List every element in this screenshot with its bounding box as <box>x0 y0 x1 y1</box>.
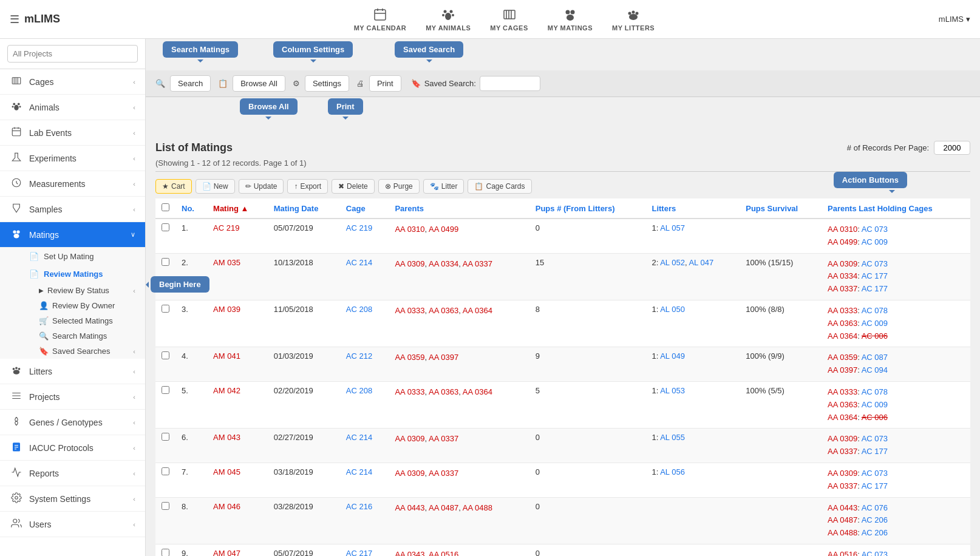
cage-cards-button[interactable]: 📋 Cage Cards <box>468 179 531 194</box>
cell-mating[interactable]: AM 039 <box>207 300 268 347</box>
holding-animal-link[interactable]: AA 0310 <box>828 225 857 234</box>
cage-link[interactable]: AC 216 <box>346 502 372 511</box>
col-pups[interactable]: Pups # (From Litters) <box>529 198 646 219</box>
sidebar-item-lab-events[interactable]: Lab Events ‹ <box>0 120 145 146</box>
project-selector[interactable] <box>0 39 145 69</box>
holding-cage-link[interactable]: AC 177 <box>862 481 888 490</box>
holding-cage-link[interactable]: AC 073 <box>862 550 888 556</box>
holding-cage-link[interactable]: AC 206 <box>862 528 888 537</box>
row-checkbox[interactable] <box>162 258 169 266</box>
sidebar-item-litters[interactable]: Litters ‹ <box>0 359 145 384</box>
mating-link[interactable]: AM 043 <box>213 433 240 442</box>
cell-cage[interactable]: AC 219 <box>340 219 389 253</box>
col-pups-survival[interactable]: Pups Survival <box>740 198 822 219</box>
sidebar-review-by-status[interactable]: ▶ Review By Status ‹ <box>39 283 145 298</box>
parent-link[interactable]: AA 0364 <box>463 306 492 315</box>
print-button[interactable]: Print <box>369 75 401 92</box>
parent-link[interactable]: AA 0397 <box>429 353 458 362</box>
litter-link[interactable]: AL 057 <box>660 223 685 232</box>
sidebar-item-animals[interactable]: Animals ‹ <box>0 95 145 120</box>
holding-cage-link[interactable]: AC 078 <box>862 387 888 396</box>
holding-cage-link[interactable]: AC 177 <box>862 447 888 456</box>
cell-mating[interactable]: AM 046 <box>207 497 268 544</box>
cell-cage[interactable]: AC 214 <box>340 429 389 463</box>
parent-link[interactable]: AA 0309 <box>395 259 424 268</box>
row-checkbox[interactable] <box>162 433 169 441</box>
parent-link[interactable]: AA 0443 <box>395 503 424 512</box>
row-checkbox[interactable] <box>162 467 169 475</box>
holding-animal-link[interactable]: AA 0309 <box>828 469 857 478</box>
parent-link[interactable]: AA 0333 <box>395 306 424 315</box>
holding-animal-link[interactable]: AA 0333 <box>828 306 857 315</box>
cell-mating[interactable]: AM 041 <box>207 347 268 382</box>
cart-button[interactable]: ★ Cart <box>155 179 192 194</box>
sidebar-review-matings[interactable]: 📄 Review Matings <box>0 265 145 283</box>
holding-animal-link[interactable]: AA 0443 <box>828 503 857 512</box>
mating-link[interactable]: AM 045 <box>213 467 240 476</box>
cell-mating[interactable]: AM 047 <box>207 544 268 556</box>
parent-link[interactable]: AA 0309 <box>395 469 424 478</box>
cage-link[interactable]: AC 217 <box>346 549 372 556</box>
litter-link[interactable]: AL 047 <box>689 258 713 267</box>
sidebar-item-samples[interactable]: Samples ‹ <box>0 197 145 222</box>
cage-link[interactable]: AC 212 <box>346 351 372 361</box>
holding-cage-link[interactable]: AC 076 <box>862 503 888 512</box>
mating-link[interactable]: AM 035 <box>213 258 240 267</box>
litter-button[interactable]: 🐾 Litter <box>423 179 464 194</box>
parent-link[interactable]: AA 0337 <box>463 259 492 268</box>
sidebar-saved-searches[interactable]: 🔖 Saved Searches ‹ <box>39 344 145 359</box>
holding-animal-link[interactable]: AA 0397 <box>828 365 857 375</box>
holding-animal-link[interactable]: AA 0359 <box>828 353 857 362</box>
project-input[interactable] <box>7 45 138 63</box>
col-cage[interactable]: Cage <box>340 198 389 219</box>
row-checkbox[interactable] <box>162 305 169 313</box>
cage-link[interactable]: AC 208 <box>346 305 372 314</box>
holding-cage-link[interactable]: AC 094 <box>862 365 888 375</box>
holding-animal-link[interactable]: AA 0364 <box>828 331 857 341</box>
litter-link[interactable]: AL 050 <box>660 305 685 314</box>
new-button[interactable]: 📄 New <box>196 179 235 194</box>
holding-cage-link[interactable]: AC 078 <box>862 306 888 315</box>
litter-link[interactable]: AL 052 <box>660 258 685 267</box>
hamburger-icon[interactable]: ☰ <box>10 13 19 26</box>
mating-link[interactable]: AC 219 <box>213 223 239 232</box>
parent-link[interactable]: AA 0310 <box>395 225 424 234</box>
holding-animal-link[interactable]: AA 0309 <box>828 259 857 268</box>
update-button[interactable]: ✏ Update <box>239 179 284 194</box>
parent-link[interactable]: AA 0364 <box>463 387 492 396</box>
top-nav-user[interactable]: mLIMS ▾ <box>939 15 970 24</box>
holding-cage-link[interactable]: AC 073 <box>862 434 888 443</box>
holding-cage-link[interactable]: AC 073 <box>862 225 888 234</box>
holding-cage-link[interactable]: AC 087 <box>862 353 888 362</box>
holding-animal-link[interactable]: AA 0499 <box>828 237 857 246</box>
sidebar-item-genes[interactable]: Genes / Genotypes ‹ <box>0 410 145 435</box>
holding-animal-link[interactable]: AA 0334 <box>828 271 857 280</box>
sidebar-item-projects[interactable]: Projects ‹ <box>0 384 145 410</box>
mating-link[interactable]: AM 039 <box>213 305 240 314</box>
parent-link[interactable]: AA 0337 <box>429 434 458 443</box>
browse-all-button[interactable]: Browse All <box>233 75 285 92</box>
row-checkbox[interactable] <box>162 223 169 231</box>
holding-animal-link[interactable]: AA 0309 <box>828 434 857 443</box>
row-checkbox[interactable] <box>162 549 169 556</box>
sidebar-item-matings[interactable]: Matings ∨ <box>0 222 145 248</box>
cell-cage[interactable]: AC 214 <box>340 253 389 300</box>
delete-button[interactable]: ✖ Delete <box>332 179 375 194</box>
parent-link[interactable]: AA 0309 <box>395 434 424 443</box>
holding-cage-link[interactable]: AC 073 <box>862 259 888 268</box>
settings-button[interactable]: Settings <box>305 75 349 92</box>
col-parents-holding[interactable]: Parents Last Holding Cages <box>822 198 970 219</box>
parent-link[interactable]: AA 0333 <box>395 387 424 396</box>
holding-animal-link[interactable]: AA 0487 <box>828 515 857 524</box>
cage-link[interactable]: AC 214 <box>346 258 372 267</box>
litter-link[interactable]: AL 053 <box>660 386 685 395</box>
sidebar-item-cages[interactable]: Cages ‹ <box>0 69 145 95</box>
records-per-page-input[interactable] <box>934 141 970 155</box>
parent-link[interactable]: AA 0499 <box>429 225 458 234</box>
cell-mating[interactable]: AM 035 <box>207 253 268 300</box>
holding-animal-link[interactable]: AA 0363 <box>828 319 857 328</box>
cage-link[interactable]: AC 214 <box>346 433 372 442</box>
parent-link[interactable]: AA 0359 <box>395 353 424 362</box>
row-checkbox[interactable] <box>162 386 169 394</box>
mating-link[interactable]: AM 046 <box>213 502 240 511</box>
